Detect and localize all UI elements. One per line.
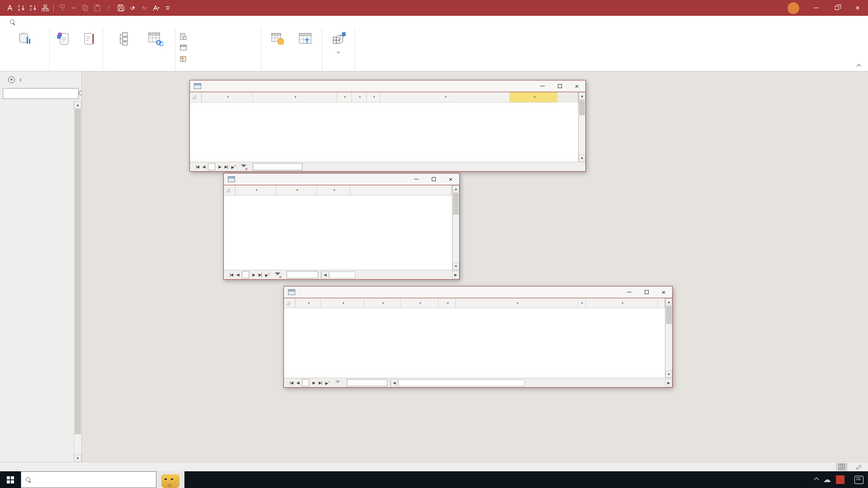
- record-search-box[interactable]: [347, 379, 387, 386]
- collapse-ribbon-button[interactable]: [854, 63, 863, 69]
- column-header[interactable]: ▾: [276, 185, 317, 196]
- disct-titlebar[interactable]: ×: [224, 174, 459, 185]
- filter-toggle[interactable]: [275, 272, 283, 278]
- first-record-button[interactable]: |◀: [228, 272, 235, 277]
- previous-record-button[interactable]: ◀: [201, 164, 207, 169]
- object-dependencies-button[interactable]: [139, 29, 172, 48]
- scrollbar-thumb[interactable]: [329, 272, 355, 278]
- column-header[interactable]: ▾: [202, 92, 253, 103]
- taskbar-search-input[interactable]: [35, 476, 151, 483]
- compact-repair-button[interactable]: [6, 29, 44, 48]
- first-record-button[interactable]: |◀: [194, 164, 201, 169]
- column-header[interactable]: ▾: [439, 298, 456, 308]
- qat-customize-icon[interactable]: [162, 3, 173, 13]
- record-count[interactable]: [208, 163, 215, 170]
- tell-me-box[interactable]: [10, 16, 19, 28]
- first-record-button[interactable]: |◀: [288, 380, 295, 385]
- taskbar-search-box[interactable]: [21, 471, 156, 488]
- column-header[interactable]: ▾: [321, 298, 364, 308]
- run-macro-button[interactable]: [77, 29, 100, 48]
- close-button[interactable]: ×: [655, 286, 672, 298]
- column-header[interactable]: ▾: [253, 92, 337, 103]
- access-logo-icon[interactable]: [5, 3, 15, 13]
- trackt-titlebar[interactable]: ×: [284, 286, 672, 298]
- ablumt-vertical-scrollbar[interactable]: ▲ ▼: [578, 92, 585, 162]
- last-record-button[interactable]: ▶|: [257, 272, 264, 277]
- database-documenter-button[interactable]: [178, 31, 191, 41]
- select-all-corner[interactable]: [284, 298, 295, 308]
- datasheet-view-icon[interactable]: [836, 463, 847, 471]
- scroll-right-icon[interactable]: ▶: [452, 271, 459, 279]
- new-record-button[interactable]: ▶*: [324, 380, 332, 385]
- scroll-down-icon[interactable]: ▼: [665, 371, 672, 378]
- column-header[interactable]: [350, 185, 452, 196]
- column-header[interactable]: ▾: [337, 92, 352, 103]
- column-header[interactable]: ▾: [317, 185, 350, 196]
- column-header[interactable]: ▾: [295, 298, 321, 308]
- column-header[interactable]: ▾: [578, 298, 586, 308]
- previous-record-button[interactable]: ◀: [295, 380, 301, 385]
- record-count[interactable]: [302, 379, 309, 386]
- horizontal-scrollbar[interactable]: ◀ ▶: [390, 379, 672, 387]
- nav-scrollbar-thumb[interactable]: [75, 109, 81, 434]
- access-database-button[interactable]: [265, 29, 291, 48]
- horizontal-scrollbar[interactable]: ◀ ▶: [321, 271, 459, 279]
- format-painter-icon[interactable]: [57, 3, 67, 13]
- minimize-button[interactable]: [806, 0, 826, 16]
- maximize-button[interactable]: [425, 174, 442, 185]
- filter-toggle[interactable]: [241, 164, 249, 170]
- nav-search-box[interactable]: [3, 88, 79, 99]
- close-button[interactable]: ×: [568, 80, 585, 92]
- last-record-button[interactable]: ▶|: [317, 380, 324, 385]
- redo-icon[interactable]: ↻▾: [139, 3, 150, 13]
- avatar[interactable]: [788, 2, 799, 14]
- shutter-close-icon[interactable]: ‹: [19, 76, 22, 83]
- new-object-icon[interactable]: ▾: [151, 3, 161, 13]
- copy-icon[interactable]: [80, 3, 91, 13]
- previous-record-button[interactable]: ◀: [235, 272, 241, 277]
- paste-icon[interactable]: [92, 3, 103, 13]
- onedrive-icon[interactable]: ☁: [823, 475, 831, 484]
- column-header[interactable]: ▾: [586, 298, 658, 308]
- sharepoint-button[interactable]: [292, 29, 318, 48]
- scrollbar-thumb[interactable]: [666, 306, 672, 324]
- record-search-input[interactable]: [349, 380, 385, 386]
- scrollbar-thumb[interactable]: [579, 100, 585, 115]
- close-button[interactable]: ×: [847, 0, 868, 16]
- scroll-up-icon[interactable]: ▲: [579, 92, 585, 99]
- analyze-performance-button[interactable]: [178, 42, 191, 52]
- undo-icon[interactable]: ↺▾: [127, 3, 138, 13]
- scroll-down-icon[interactable]: ▼: [74, 455, 81, 462]
- notification-center-icon[interactable]: [854, 476, 863, 484]
- visual-basic-button[interactable]: [52, 29, 76, 48]
- column-header[interactable]: ▾: [236, 185, 276, 196]
- column-header[interactable]: ▾: [364, 298, 401, 308]
- trackt-vertical-scrollbar[interactable]: ▲ ▼: [665, 298, 672, 378]
- cut-icon[interactable]: ✂: [68, 3, 79, 13]
- maximize-button[interactable]: [551, 80, 568, 92]
- record-search-box[interactable]: [253, 163, 302, 170]
- sort-descending-icon[interactable]: ZA: [16, 3, 27, 13]
- next-record-button[interactable]: ▶: [311, 380, 317, 385]
- select-all-corner[interactable]: [224, 185, 236, 196]
- nav-menu-icon[interactable]: ▼: [8, 76, 15, 83]
- next-record-button[interactable]: ▶: [217, 164, 223, 169]
- add-ins-button[interactable]: [326, 29, 352, 54]
- column-header[interactable]: ▾: [456, 298, 578, 308]
- scroll-left-icon[interactable]: ◀: [391, 379, 398, 387]
- column-header[interactable]: [658, 298, 665, 308]
- relationships-qat-icon[interactable]: [40, 3, 51, 13]
- nav-scrollbar[interactable]: ▲ ▼: [74, 101, 81, 462]
- new-record-button[interactable]: ▶*: [230, 164, 238, 169]
- column-header[interactable]: ▾: [367, 92, 380, 103]
- start-button[interactable]: [0, 471, 21, 488]
- new-record-button[interactable]: ▶*: [264, 272, 272, 277]
- relationships-button[interactable]: [106, 29, 138, 48]
- design-view-icon[interactable]: [854, 463, 864, 471]
- save-icon[interactable]: [115, 3, 126, 13]
- nav-search-input[interactable]: [6, 90, 79, 97]
- scrollbar-thumb[interactable]: [453, 193, 459, 215]
- select-all-corner[interactable]: [190, 92, 202, 103]
- scroll-down-icon[interactable]: ▼: [579, 155, 585, 162]
- click-to-add-header[interactable]: ▾: [510, 92, 557, 103]
